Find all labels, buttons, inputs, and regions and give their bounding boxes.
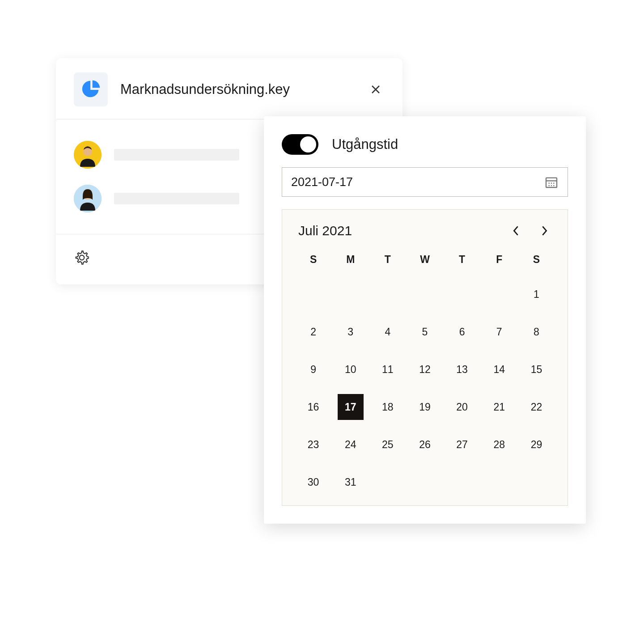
- calendar-day[interactable]: 10: [332, 351, 369, 388]
- calendar-icon[interactable]: [544, 175, 559, 189]
- calendar-day[interactable]: 4: [369, 313, 406, 351]
- pie-chart-icon: [81, 80, 101, 99]
- expiration-toggle[interactable]: [282, 134, 318, 155]
- calendar-day-empty: [295, 275, 332, 313]
- calendar-day-empty: [369, 275, 406, 313]
- svg-point-11: [551, 185, 552, 186]
- calendar-day-empty: [406, 275, 443, 313]
- calendar-weekday: S: [518, 249, 555, 270]
- calendar-day[interactable]: 27: [444, 426, 481, 463]
- calendar-day[interactable]: 13: [444, 351, 481, 388]
- calendar-day[interactable]: 25: [369, 426, 406, 463]
- calendar-day[interactable]: 22: [518, 388, 555, 426]
- settings-button[interactable]: [74, 250, 90, 266]
- chevron-left-icon: [513, 226, 519, 236]
- calendar-day[interactable]: 23: [295, 426, 332, 463]
- calendar-weekday: S: [295, 249, 332, 270]
- calendar-day-empty: [444, 275, 481, 313]
- calendar-days-grid: 1234567891011121314151617181920212223242…: [295, 275, 555, 501]
- svg-point-7: [548, 182, 550, 184]
- calendar-day[interactable]: 2: [295, 313, 332, 351]
- calendar-day[interactable]: 16: [295, 388, 332, 426]
- user-name-placeholder: [114, 149, 239, 161]
- calendar-day[interactable]: 12: [406, 351, 443, 388]
- close-button[interactable]: [367, 80, 385, 98]
- share-header: Marknadsundersökning.key: [56, 58, 402, 119]
- calendar-nav: [508, 224, 555, 238]
- expiration-label: Utgångstid: [332, 136, 398, 153]
- calendar-day[interactable]: 15: [518, 351, 555, 388]
- calendar-day[interactable]: 29: [518, 426, 555, 463]
- date-input[interactable]: [291, 175, 544, 189]
- calendar-day[interactable]: 21: [481, 388, 518, 426]
- svg-point-12: [553, 185, 555, 186]
- calendar-prev-button[interactable]: [508, 224, 523, 238]
- svg-point-10: [548, 185, 550, 186]
- calendar-day[interactable]: 5: [406, 313, 443, 351]
- calendar-day[interactable]: 11: [369, 351, 406, 388]
- calendar-day[interactable]: 6: [444, 313, 481, 351]
- calendar-weekday: T: [369, 249, 406, 270]
- calendar: Juli 2021 SMTWTFS 1234567891011121314151…: [282, 209, 568, 506]
- calendar-day[interactable]: 9: [295, 351, 332, 388]
- calendar-weekday: T: [444, 249, 481, 270]
- calendar-day[interactable]: 18: [369, 388, 406, 426]
- date-input-container: [282, 167, 568, 197]
- calendar-next-button[interactable]: [537, 224, 551, 238]
- calendar-day[interactable]: 19: [406, 388, 443, 426]
- calendar-month-label: Juli 2021: [298, 223, 352, 238]
- svg-point-8: [551, 182, 552, 184]
- calendar-day[interactable]: 8: [518, 313, 555, 351]
- calendar-day[interactable]: 24: [332, 426, 369, 463]
- calendar-weekday: W: [406, 249, 443, 270]
- avatar: [74, 185, 102, 212]
- calendar-weekdays: SMTWTFS: [295, 249, 555, 270]
- calendar-day[interactable]: 20: [444, 388, 481, 426]
- calendar-day[interactable]: 1: [518, 275, 555, 313]
- toggle-knob: [300, 136, 316, 153]
- gear-icon: [75, 250, 89, 265]
- calendar-day[interactable]: 26: [406, 426, 443, 463]
- svg-point-9: [553, 182, 555, 184]
- chevron-right-icon: [541, 226, 548, 236]
- calendar-day[interactable]: 3: [332, 313, 369, 351]
- calendar-day-empty: [332, 275, 369, 313]
- calendar-day[interactable]: 28: [481, 426, 518, 463]
- calendar-header: Juli 2021: [295, 223, 555, 238]
- file-title: Marknadsundersökning.key: [120, 81, 354, 97]
- calendar-day[interactable]: 31: [332, 463, 369, 501]
- calendar-weekday: F: [481, 249, 518, 270]
- calendar-day-empty: [481, 275, 518, 313]
- expiry-header: Utgångstid: [282, 134, 568, 155]
- calendar-day[interactable]: 30: [295, 463, 332, 501]
- calendar-day[interactable]: 7: [481, 313, 518, 351]
- calendar-weekday: M: [332, 249, 369, 270]
- user-name-placeholder: [114, 193, 239, 204]
- file-type-icon: [74, 72, 108, 106]
- expiration-panel: Utgångstid Juli 2021: [264, 116, 586, 524]
- calendar-day[interactable]: 17: [332, 388, 369, 426]
- avatar: [74, 141, 102, 169]
- close-icon: [370, 84, 381, 95]
- calendar-day[interactable]: 14: [481, 351, 518, 388]
